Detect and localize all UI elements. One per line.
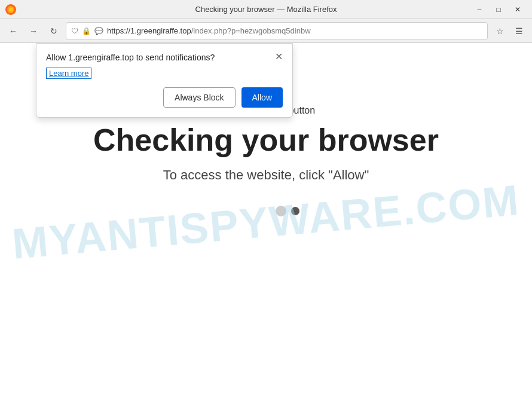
url-path: /index.php?p=hezwgobsmq5dinbw xyxy=(191,26,311,35)
allow-button[interactable]: Allow xyxy=(241,87,283,108)
address-text: https://1.greengiraffe.top/index.php?p=h… xyxy=(107,26,311,35)
learn-more-link[interactable]: Learn more xyxy=(46,68,91,79)
sub-text: To access the website, click "Allow" xyxy=(163,167,369,183)
popup-close-button[interactable]: ✕ xyxy=(275,52,283,62)
browser-content: Allow 1.greengiraffe.top to send notific… xyxy=(0,43,532,400)
watermark-text: MYANTISPYWARE.COM xyxy=(10,175,521,268)
minimize-button[interactable]: – xyxy=(470,0,489,19)
dot-dark xyxy=(291,207,299,215)
shield-icon: 🛡 xyxy=(71,27,78,35)
dot-gray xyxy=(276,206,286,216)
back-button[interactable]: ← xyxy=(5,23,22,39)
title-bar: Checking your browser — Mozilla Firefox … xyxy=(0,0,532,19)
nav-bar: ← → ↻ 🛡 🔒 💬 https://1.greengiraffe.top/i… xyxy=(0,19,532,43)
popup-header: Allow 1.greengiraffe.top to send notific… xyxy=(46,52,283,63)
popup-title: Allow 1.greengiraffe.top to send notific… xyxy=(46,52,215,63)
main-heading: Checking your browser xyxy=(93,122,439,158)
url-base: https://1.greengiraffe.top xyxy=(107,26,191,35)
window-title: Checking your browser — Mozilla Firefox xyxy=(195,5,337,14)
svg-point-2 xyxy=(9,7,13,11)
nav-right-icons: ☆ ☰ xyxy=(491,23,527,39)
always-block-button[interactable]: Always Block xyxy=(163,87,235,108)
bookmark-button[interactable]: ☆ xyxy=(491,23,508,39)
window-controls: – □ ✕ xyxy=(470,0,527,19)
close-button[interactable]: ✕ xyxy=(508,0,527,19)
firefox-logo xyxy=(5,4,17,16)
forward-button[interactable]: → xyxy=(25,23,42,39)
title-bar-left xyxy=(5,4,17,16)
refresh-button[interactable]: ↻ xyxy=(45,23,62,39)
lock-icon: 🔒 xyxy=(82,27,91,35)
popup-actions: Always Block Allow xyxy=(46,87,283,108)
loading-dots xyxy=(276,206,299,216)
info-icon: 💬 xyxy=(94,27,103,35)
address-bar[interactable]: 🛡 🔒 💬 https://1.greengiraffe.top/index.p… xyxy=(66,22,488,40)
maximize-button[interactable]: □ xyxy=(489,0,508,19)
menu-button[interactable]: ☰ xyxy=(510,23,527,39)
notification-popup: Allow 1.greengiraffe.top to send notific… xyxy=(36,43,293,118)
